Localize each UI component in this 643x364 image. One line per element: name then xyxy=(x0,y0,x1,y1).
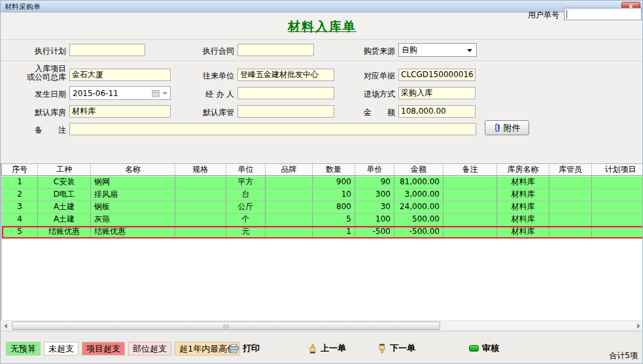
table-cell: D电工 xyxy=(38,189,91,201)
project-input[interactable]: 金石大厦 xyxy=(69,69,171,81)
table-cell: 平方 xyxy=(226,176,266,189)
date-picker[interactable]: 2015-06-11 xyxy=(69,86,171,100)
window-title: 材料采购单 xyxy=(5,3,41,11)
project-label: 入库项目 或公司总库 xyxy=(10,65,66,82)
table-cell xyxy=(266,176,313,189)
scroll-right-icon[interactable] xyxy=(637,323,640,329)
column-header[interactable]: 数量 xyxy=(313,164,355,175)
calendar-icon xyxy=(152,90,160,97)
next-doc-button[interactable]: 下一单 xyxy=(377,342,415,354)
source-value: 自购 xyxy=(402,45,417,54)
next-doc-label: 下一单 xyxy=(390,342,415,354)
table-cell: 81,000.00 xyxy=(394,176,443,189)
legend-chip: 无预算 xyxy=(6,342,41,356)
table-cell xyxy=(549,226,592,239)
table-cell: 30 xyxy=(355,201,394,214)
print-button[interactable]: 打印 xyxy=(228,342,260,354)
source-label: 购货来源 xyxy=(340,46,395,57)
table-cell: 1 xyxy=(2,176,38,189)
entry-mode-input[interactable]: 采购入库 xyxy=(398,87,476,99)
table-cell: 结账优惠 xyxy=(38,226,91,239)
counterpart-input[interactable]: 登峰五金建材批发中心 xyxy=(237,69,334,81)
table-cell xyxy=(266,201,313,214)
paperclip-icon xyxy=(494,123,501,133)
column-header[interactable]: 名称 xyxy=(91,164,175,175)
table-body: 1C安装钢网平方9009081,000.00材料库2D电工排风扇台103003,… xyxy=(1,176,643,320)
scroll-left-icon[interactable] xyxy=(4,323,7,329)
keeper-label: 默认库管 xyxy=(179,107,234,118)
table-cell xyxy=(443,226,497,239)
table-cell: 排风扇 xyxy=(91,189,175,201)
legend-chip: 部位超支 xyxy=(128,342,171,356)
column-header[interactable]: 单位 xyxy=(226,164,266,175)
exec-contract-input[interactable] xyxy=(237,44,314,56)
footer-bar: 无预算未超支项目超支部位超支超1年内最高价 打印 上一单 xyxy=(1,331,643,364)
table-row[interactable]: 4A土建灰筛个5100500.00材料库 xyxy=(2,214,643,226)
audit-label: 审核 xyxy=(482,342,499,354)
table-row[interactable]: 5结账优惠结账优惠元1-500-500.00材料库 xyxy=(2,226,643,239)
table-cell: 灰筛 xyxy=(91,214,175,226)
warehouse-input[interactable]: 材料库 xyxy=(69,105,171,118)
column-header[interactable]: 计划项目 xyxy=(592,164,643,175)
user-no-input[interactable] xyxy=(564,8,642,20)
column-header[interactable]: 金额 xyxy=(394,164,443,175)
table-cell xyxy=(443,189,497,201)
warehouse-label: 默认库房 xyxy=(11,107,66,118)
table-cell: 500.00 xyxy=(394,214,443,226)
table-cell: 300 xyxy=(355,189,394,201)
table-cell: 3,000.00 xyxy=(394,189,443,201)
table-cell xyxy=(443,214,497,226)
date-label: 发生日期 xyxy=(11,89,66,100)
table-row[interactable]: 2D电工排风扇台103003,000.00材料库 xyxy=(2,189,643,201)
previous-doc-button[interactable]: 上一单 xyxy=(308,342,346,354)
counterpart-label: 往来单位 xyxy=(179,71,234,82)
remark-input[interactable] xyxy=(69,123,476,135)
table-row[interactable]: 1C安装钢网平方9009081,000.00材料库 xyxy=(2,176,643,189)
table-cell: 钢板 xyxy=(91,201,175,214)
column-header[interactable]: 库管员 xyxy=(549,164,592,175)
table-row[interactable]: 3A土建钢板公斤8003024,000.00材料库 xyxy=(2,201,643,214)
table-cell xyxy=(175,189,226,201)
total-items-label: 合计5项 xyxy=(609,350,638,361)
section-divider xyxy=(1,61,643,62)
table-cell: 1 xyxy=(313,226,355,239)
column-header[interactable]: 库房名称 xyxy=(497,164,549,175)
exec-plan-label: 执行计划 xyxy=(11,46,66,57)
column-header[interactable]: 序号 xyxy=(2,164,38,175)
attachment-button[interactable]: 附件 xyxy=(485,120,529,135)
scrollbar-thumb[interactable] xyxy=(12,322,440,330)
table-cell: 5 xyxy=(2,226,38,239)
table-cell xyxy=(592,226,643,239)
audit-button[interactable]: 审核 xyxy=(469,342,499,354)
column-header[interactable]: 规格 xyxy=(175,164,226,175)
table-cell: 4 xyxy=(2,214,38,226)
table-cell xyxy=(175,214,226,226)
column-header[interactable]: 单价 xyxy=(355,164,394,175)
table-cell: 材料库 xyxy=(497,176,549,189)
table-cell xyxy=(592,189,643,201)
audit-status-icon xyxy=(469,345,479,352)
status-legend: 无预算未超支项目超支部位超支超1年内最高价 xyxy=(6,342,240,356)
table-cell: 元 xyxy=(226,226,266,239)
table-cell: 3 xyxy=(2,201,38,214)
handler-input[interactable] xyxy=(237,87,334,99)
keeper-input[interactable] xyxy=(237,105,334,118)
print-label: 打印 xyxy=(243,342,260,354)
amount-input[interactable]: 108,000.00 xyxy=(398,105,476,118)
source-dropdown[interactable]: 自购 xyxy=(398,43,477,57)
table-cell xyxy=(549,214,592,226)
table-cell: 台 xyxy=(226,189,266,201)
exec-plan-input[interactable] xyxy=(69,44,145,56)
column-header[interactable]: 工种 xyxy=(38,164,91,175)
legend-chip: 项目超支 xyxy=(82,342,125,356)
table-cell: 钢网 xyxy=(91,176,175,189)
table-cell xyxy=(549,176,592,189)
column-header[interactable]: 品牌 xyxy=(266,164,313,175)
horizontal-scrollbar[interactable] xyxy=(1,320,643,331)
column-header[interactable]: 备注 xyxy=(443,164,497,175)
ref-doc-input[interactable]: CLCGD150000016 xyxy=(398,69,476,81)
user-no-label: 用户单号 xyxy=(528,10,559,21)
legend-chip: 未超支 xyxy=(44,342,78,356)
chevron-down-icon xyxy=(162,92,167,95)
table-cell: 材料库 xyxy=(497,189,549,201)
